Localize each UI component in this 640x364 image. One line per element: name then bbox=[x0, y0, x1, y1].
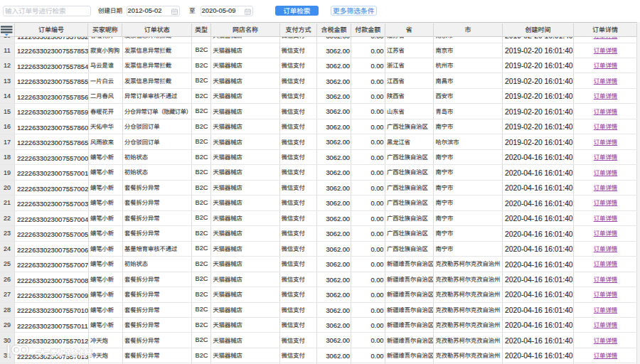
svg-text:大数跨境: 大数跨境 bbox=[36, 346, 93, 359]
